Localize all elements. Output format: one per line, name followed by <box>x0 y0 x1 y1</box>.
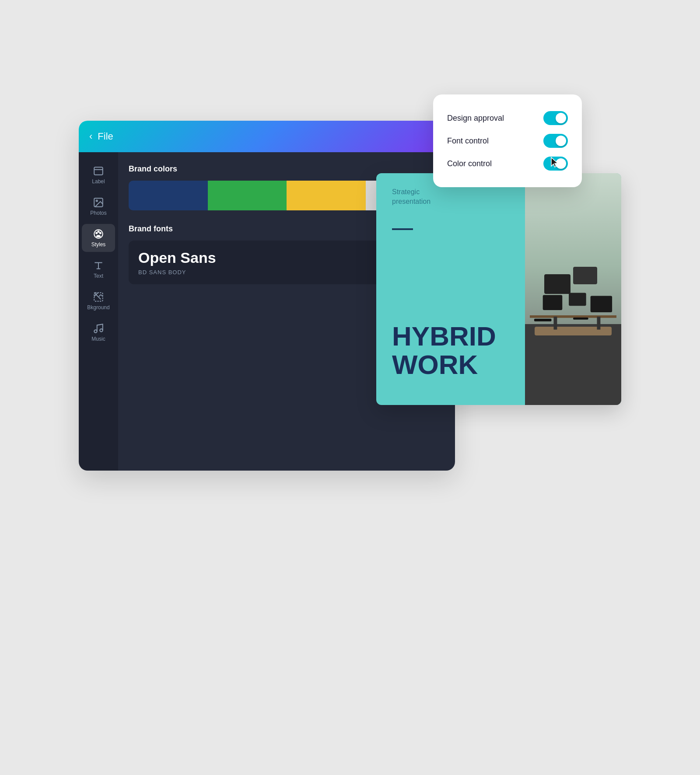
sidebar-item-label[interactable]: Label <box>82 161 115 189</box>
svg-point-5 <box>98 231 99 232</box>
color-control-label: Color control <box>447 159 492 168</box>
svg-rect-11 <box>543 295 563 310</box>
slide-area: Strategic presentation HYBRID WORK <box>376 173 621 405</box>
slide-photo <box>525 173 621 405</box>
sidebar-label-background: Bkground <box>87 304 109 311</box>
sidebar-item-styles[interactable]: Styles <box>82 224 115 252</box>
svg-rect-17 <box>573 318 588 320</box>
outer-container: Design approval Font control Color contr… <box>44 59 656 716</box>
sidebar-label-music: Music <box>91 336 105 342</box>
svg-rect-13 <box>591 296 612 312</box>
swatch-yellow[interactable] <box>287 181 366 210</box>
office-simulation <box>525 173 621 405</box>
sidebar-item-photos[interactable]: Photos <box>82 192 115 220</box>
svg-rect-0 <box>94 167 103 175</box>
sidebar-item-text[interactable]: Text <box>82 255 115 283</box>
sidebar-label-photos: Photos <box>90 210 106 216</box>
color-control-toggle[interactable] <box>543 157 568 171</box>
sidebar-item-background[interactable]: Bkground <box>82 287 115 315</box>
font-control-label: Font control <box>447 136 489 146</box>
sidebar: Label Photos <box>79 152 118 471</box>
popup-row-color: Color control <box>447 152 568 175</box>
popup-row-font: Font control <box>447 129 568 152</box>
svg-rect-15 <box>597 317 600 330</box>
back-button[interactable]: ‹ <box>89 131 92 142</box>
design-approval-toggle[interactable] <box>543 111 568 125</box>
font-control-toggle[interactable] <box>543 134 568 148</box>
sidebar-item-music[interactable]: Music <box>82 318 115 346</box>
slide-heading: HYBRID WORK <box>392 322 496 379</box>
svg-rect-14 <box>553 317 557 330</box>
svg-rect-16 <box>534 319 552 321</box>
svg-point-2 <box>96 200 98 202</box>
brand-colors-title: Brand colors <box>129 164 444 174</box>
popup-card: Design approval Font control Color contr… <box>433 94 582 187</box>
svg-point-8 <box>94 330 97 333</box>
popup-row-design: Design approval <box>447 107 568 129</box>
file-title: File <box>98 131 113 142</box>
slide-label: Strategic presentation <box>392 187 430 207</box>
svg-rect-12 <box>569 293 586 306</box>
svg-point-6 <box>100 232 101 234</box>
swatch-navy[interactable] <box>129 181 208 210</box>
office-furniture-svg <box>530 266 616 359</box>
swatch-green[interactable] <box>208 181 287 210</box>
sidebar-label-label: Label <box>92 178 105 185</box>
top-bar: ‹ File <box>79 121 455 152</box>
svg-point-9 <box>100 329 103 332</box>
design-approval-label: Design approval <box>447 114 504 123</box>
sidebar-label-styles: Styles <box>91 241 106 248</box>
sidebar-label-text: Text <box>94 273 103 279</box>
slide-divider <box>392 228 413 230</box>
svg-point-4 <box>96 232 97 234</box>
